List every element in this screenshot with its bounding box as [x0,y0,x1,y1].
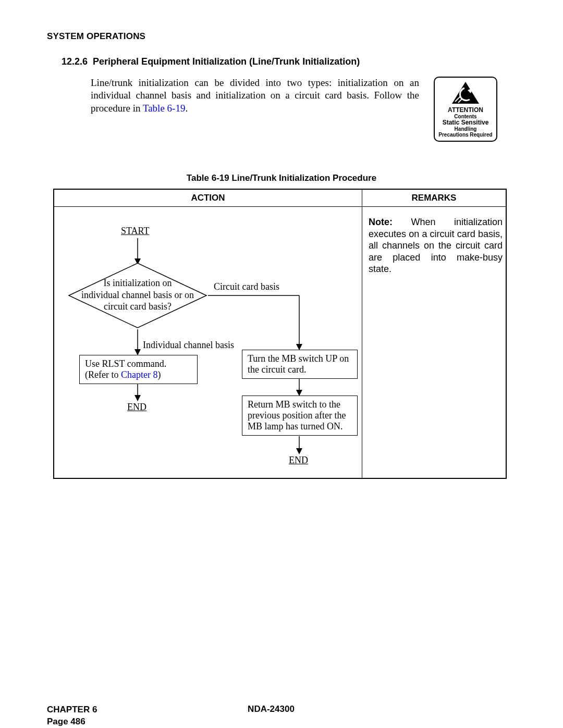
footer-docnum: NDA-24300 [248,704,295,714]
attention-line-1: ATTENTION [437,107,494,114]
flow-box-rlst: Use RLST command.(Refer to Chapter 8) [79,355,198,384]
attention-line-3: Static Sensitive [437,119,494,126]
footer-page: Page 486 [47,716,97,728]
flow-end-left: END [127,402,146,413]
esd-icon [450,81,481,106]
flow-decision-text: Is initialization onindividual channel b… [67,277,208,313]
remarks-note-label: Note: [369,217,393,227]
running-header: SYSTEM OPERATIONS [47,31,516,42]
flow-start: START [121,226,149,237]
attention-callout: ATTENTION Contents Static Sensitive Hand… [434,77,497,142]
branch-circuit-card: Circuit card basis [214,281,279,292]
flow-box-mb-up: Turn the MB switch UP on the circuit car… [242,350,358,379]
flow-decision: Is initialization onindividual channel b… [67,262,208,329]
flow-box-rlst-post: ) [157,369,161,380]
chapter-link[interactable]: Chapter 8 [121,369,157,380]
table-caption: Table 6-19 Line/Trunk Initialization Pro… [47,173,516,183]
paragraph-text-1: Line/trunk initialization can be divided… [91,77,419,114]
intro-paragraph: Line/trunk initialization can be divided… [91,77,419,115]
paragraph-text-2: . [185,103,188,114]
col-header-remarks: REMARKS [362,189,507,207]
flowchart: START Is initialization onindividual cha… [54,207,362,478]
table-link[interactable]: Table 6-19 [143,103,186,114]
procedure-table: ACTION REMARKS [53,189,507,479]
attention-line-4: Handling [437,126,494,132]
branch-individual: Individual channel basis [143,340,234,351]
attention-line-5: Precautions Required [437,132,494,138]
flow-end-right: END [289,455,308,466]
section-title: Peripheral Equipment Initialization (Lin… [93,56,360,67]
section-number: 12.2.6 [62,56,88,67]
remarks-cell: Note: When initialization executes on a … [362,207,507,479]
footer-chapter: CHAPTER 6 [47,704,97,716]
section-heading: 12.2.6 Peripheral Equipment Initializati… [62,56,516,67]
col-header-action: ACTION [54,189,362,207]
flow-box-mb-return: Return MB switch to the previous positio… [242,396,358,436]
